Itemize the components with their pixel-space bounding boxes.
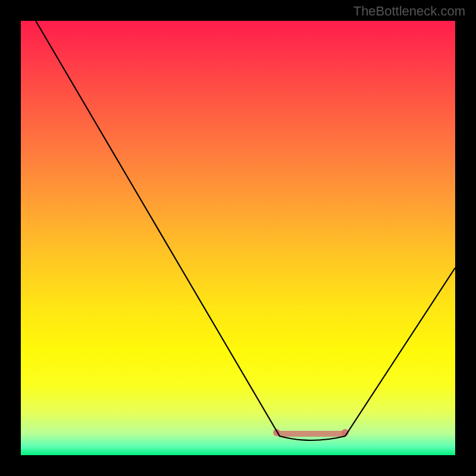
- bottleneck-curve: [36, 21, 455, 440]
- curve-svg: [21, 21, 455, 455]
- watermark-text: TheBottleneck.com: [353, 4, 465, 19]
- plot-area: [21, 21, 455, 455]
